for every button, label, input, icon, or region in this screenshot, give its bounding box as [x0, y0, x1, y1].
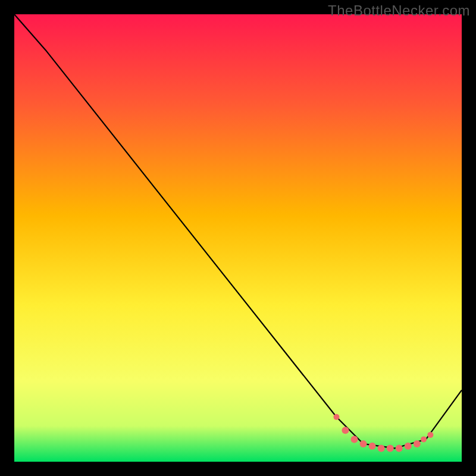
marker-point: [414, 440, 421, 447]
marker-point: [421, 436, 427, 442]
chart-frame: TheBottleNecker.com: [0, 0, 476, 476]
plot-area: [14, 14, 462, 462]
marker-point: [387, 444, 394, 452]
marker-point: [369, 443, 376, 450]
marker-point: [427, 432, 433, 438]
gradient-background: [14, 14, 462, 462]
marker-point: [342, 427, 349, 434]
chart-svg: [14, 14, 462, 462]
marker-point: [405, 443, 412, 450]
marker-point: [360, 440, 367, 447]
marker-point: [351, 436, 358, 443]
marker-point: [378, 444, 385, 452]
marker-point: [396, 444, 403, 452]
watermark-text: TheBottleNecker.com: [328, 2, 470, 19]
marker-point: [333, 414, 339, 420]
